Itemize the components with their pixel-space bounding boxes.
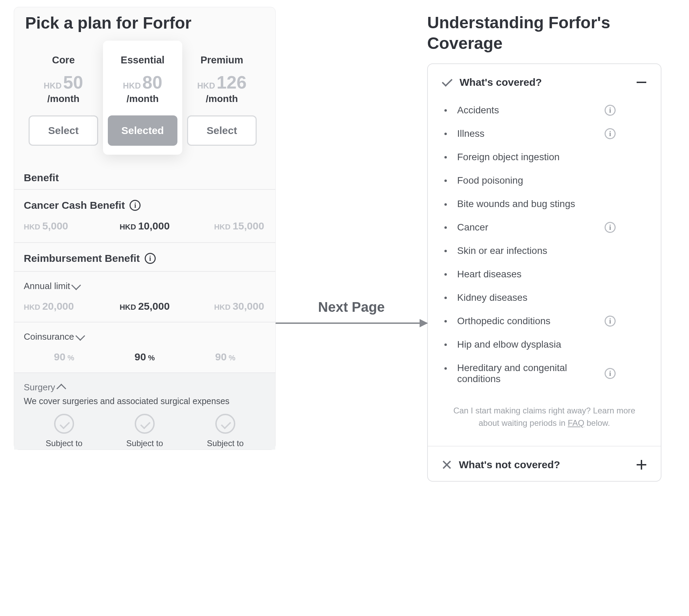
annual-limit-toggle[interactable]: Annual limit bbox=[24, 281, 266, 291]
benefit-heading: Benefit bbox=[14, 153, 275, 190]
coverage-item: Bite wounds and bug stings bbox=[444, 192, 646, 216]
plan-amount: 50 bbox=[63, 72, 83, 92]
info-icon[interactable]: i bbox=[605, 222, 616, 233]
faq-note: Can I start making claims right away? Le… bbox=[428, 395, 661, 446]
info-icon[interactable]: i bbox=[605, 316, 616, 327]
plan-name: Core bbox=[29, 54, 98, 66]
collapse-icon bbox=[637, 82, 646, 83]
coverage-item-label: Orthopedic conditions bbox=[457, 316, 602, 327]
plan-period: /month bbox=[29, 93, 98, 104]
bullet-icon bbox=[444, 133, 447, 135]
bullet-icon bbox=[444, 250, 447, 252]
plan-panel: Pick a plan for Forfor Core HKD 50 /mont… bbox=[14, 7, 276, 450]
annual-limit-block: Annual limit HKD20,000 HKD25,000 HKD30,0… bbox=[14, 272, 275, 322]
coverage-item-label: Hereditary and congenital conditions bbox=[457, 362, 602, 384]
annual-limit-label: Annual limit bbox=[24, 281, 70, 291]
surgery-cell-essential: Subject to bbox=[104, 414, 185, 448]
coverage-item: Canceri bbox=[444, 216, 646, 239]
bullet-icon bbox=[444, 320, 447, 322]
whats-covered-label: What's covered? bbox=[460, 76, 542, 88]
selected-button-essential[interactable]: Selected bbox=[108, 115, 177, 146]
bullet-icon bbox=[444, 297, 447, 299]
cancer-benefit-block: Cancer Cash Benefit i HKD5,000 HKD10,000… bbox=[14, 190, 275, 243]
bullet-icon bbox=[444, 156, 447, 158]
chevron-down-icon bbox=[75, 331, 85, 340]
surgery-desc: We cover surgeries and associated surgic… bbox=[24, 396, 244, 406]
whats-not-covered-label: What's not covered? bbox=[459, 459, 560, 471]
annual-value-core: HKD20,000 bbox=[24, 300, 104, 312]
info-icon[interactable]: i bbox=[605, 128, 616, 139]
faq-link[interactable]: FAQ bbox=[568, 418, 584, 428]
annual-values: HKD20,000 HKD25,000 HKD30,000 bbox=[24, 300, 266, 316]
coinsurance-label: Coinsurance bbox=[24, 331, 74, 342]
subject-label: Subject to bbox=[185, 439, 266, 448]
bullet-icon bbox=[444, 367, 447, 370]
plan-currency: HKD bbox=[197, 81, 215, 90]
bullet-icon bbox=[444, 343, 447, 346]
coverage-item-label: Accidents bbox=[457, 105, 602, 116]
coverage-item-label: Kidney diseases bbox=[457, 292, 602, 303]
bullet-icon bbox=[444, 226, 447, 229]
chevron-down-icon bbox=[71, 280, 81, 290]
coverage-item: Food poisoning bbox=[444, 169, 646, 192]
coverage-item-label: Foreign object ingestion bbox=[457, 152, 602, 163]
coverage-item-label: Illness bbox=[457, 128, 602, 139]
coverage-item-label: Skin or ear infections bbox=[457, 245, 602, 256]
plan-amount: 126 bbox=[217, 72, 247, 92]
surgery-cell-core: Subject to bbox=[24, 414, 104, 448]
coverage-item-label: Food poisoning bbox=[457, 175, 602, 186]
plan-currency: HKD bbox=[123, 81, 141, 90]
info-icon[interactable]: i bbox=[145, 253, 156, 264]
subject-label: Subject to bbox=[24, 439, 104, 448]
coverage-list: AccidentsiIllnessiForeign object ingesti… bbox=[428, 99, 661, 395]
coinsurance-toggle[interactable]: Coinsurance bbox=[24, 331, 266, 342]
surgery-label: Surgery bbox=[24, 382, 55, 393]
cancer-value-core: HKD5,000 bbox=[24, 220, 104, 232]
select-button-core[interactable]: Select bbox=[29, 115, 98, 146]
chevron-up-icon bbox=[56, 383, 66, 393]
expand-icon bbox=[637, 460, 646, 470]
check-circle-icon bbox=[215, 414, 235, 434]
coinsurance-block: Coinsurance 90% 90% 90% bbox=[14, 322, 275, 373]
coverage-item: Foreign object ingestion bbox=[444, 145, 646, 169]
coverage-item-label: Heart diseases bbox=[457, 269, 602, 280]
coverage-item: Orthopedic conditionsi bbox=[444, 309, 646, 333]
plan-name: Essential bbox=[108, 54, 177, 66]
check-circle-icon bbox=[135, 414, 155, 434]
surgery-checks: Subject to Subject to Subject to bbox=[24, 414, 266, 448]
plan-period: /month bbox=[187, 93, 257, 104]
plan-price: HKD 50 bbox=[29, 72, 98, 93]
annual-value-premium: HKD30,000 bbox=[185, 300, 266, 312]
plan-currency: HKD bbox=[44, 81, 62, 90]
reimb-title: Reimbursement Benefit bbox=[24, 253, 140, 264]
cancer-title: Cancer Cash Benefit bbox=[24, 199, 125, 211]
cancer-value-essential: HKD10,000 bbox=[104, 220, 185, 232]
next-page-label: Next Page bbox=[318, 299, 384, 315]
plan-period: /month bbox=[108, 93, 177, 104]
subject-label: Subject to bbox=[104, 439, 185, 448]
coverage-item-label: Bite wounds and bug stings bbox=[457, 198, 602, 209]
surgery-toggle[interactable]: Surgery bbox=[24, 382, 266, 393]
check-circle-icon bbox=[54, 414, 74, 434]
bullet-icon bbox=[444, 203, 447, 206]
coverage-item: Illnessi bbox=[444, 122, 646, 145]
whats-not-covered-header[interactable]: What's not covered? bbox=[428, 446, 661, 481]
coverage-item-label: Cancer bbox=[457, 222, 602, 233]
info-icon[interactable]: i bbox=[605, 105, 616, 116]
coverage-item: Accidentsi bbox=[444, 99, 646, 122]
annual-value-essential: HKD25,000 bbox=[104, 300, 185, 312]
plan-price: HKD 126 bbox=[187, 72, 257, 93]
page-title: Pick a plan for Forfor bbox=[25, 13, 275, 32]
select-button-premium[interactable]: Select bbox=[187, 115, 257, 146]
whats-covered-header[interactable]: What's covered? bbox=[428, 64, 661, 99]
plan-amount: 80 bbox=[142, 72, 162, 92]
coverage-item-label: Hip and elbow dysplasia bbox=[457, 339, 602, 350]
info-icon[interactable]: i bbox=[130, 200, 141, 211]
coins-value-core: 90% bbox=[24, 351, 104, 363]
check-icon bbox=[442, 76, 452, 86]
coverage-item: Hereditary and congenital conditionsi bbox=[444, 356, 646, 391]
info-icon[interactable]: i bbox=[605, 368, 616, 379]
surgery-cell-premium: Subject to bbox=[185, 414, 266, 448]
plan-row: Core HKD 50 /month Select Essential HKD … bbox=[14, 43, 275, 153]
cancer-value-premium: HKD15,000 bbox=[185, 220, 266, 232]
